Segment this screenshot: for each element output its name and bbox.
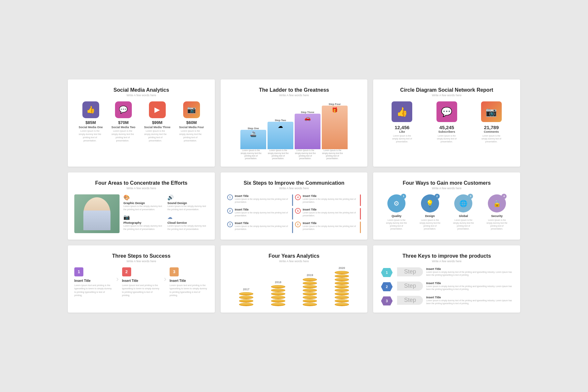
fa-grid: 🎨 Graphic Design Lorem Ipsum is the simp… (123, 194, 208, 231)
sma-amount-1: $85M (79, 120, 103, 125)
ladder-step-2: Step Two ☁ Lorem Ipsum is the simply dum… (267, 118, 294, 160)
tk-desc-2: Lorem Ipsum is simply dummy text of the … (426, 285, 514, 291)
ss-text-6: Insert Title Lorem Ipsum is the simply d… (303, 222, 358, 233)
fy-chart: 2017 2018 (227, 267, 361, 306)
fy-col-2017: 2017 (239, 288, 253, 306)
ts-desc-3: Lorem Ipsum text and printing is the typ… (170, 284, 208, 297)
ss-content: 1 Insert Title Lorem Ipsum is the simply… (227, 194, 361, 233)
ts-num-2: 2 (122, 267, 131, 276)
fa-title-4: Cloud Service (167, 221, 208, 224)
step2-platform: ☁ (268, 122, 293, 149)
ss-text-2: Insert Title Lorem Ipsum is the simply d… (235, 208, 290, 220)
step1-icon: 🚢 (250, 131, 257, 137)
tk-shape-3: 3 (380, 296, 394, 306)
sma-item-4: 📷 $60M Social Media Four Lorem Ipsum is … (179, 101, 204, 142)
ci-fb-icon: 👍 (392, 101, 412, 122)
fy-bars: 2017 2018 (227, 267, 361, 306)
step2-icon: ☁ (278, 123, 283, 129)
fy-label-2018: 2018 (275, 281, 281, 284)
ss-row-5: 5 Insert Title Lorem Ipsum is the simply… (295, 208, 361, 220)
sma-desc-2: Lorem Ipsum is the simply dummy text the… (111, 129, 134, 142)
fa-item-2: 🔊 Sound Design Lorem Ipsum is the simply… (167, 194, 208, 211)
ss-row-1: 1 Insert Title Lorem Ipsum is the simply… (227, 194, 293, 206)
tk-arrow-1: Step (397, 267, 423, 276)
slide6-subtitle: Write A few words here (380, 187, 514, 190)
ts-title-1: Insert Title (74, 279, 113, 283)
slide-four-areas: Four Areas to Concentrate the Efforts Wr… (68, 172, 215, 240)
ss-text-1: Insert Title Lorem Ipsum is the simply d… (235, 194, 290, 206)
fa-image (74, 194, 120, 233)
ci-ig-icon: 📷 (481, 101, 502, 122)
instagram-icon: 📷 (183, 101, 200, 118)
slide-ladder: The Ladder to the Greatness Write A few … (221, 79, 368, 167)
fw-item-security: 🔒 4 Security Lorem Ipsum is the simply d… (486, 194, 508, 230)
facebook-icon: 👍 (82, 101, 99, 118)
tk-title-2: Insert Title (426, 282, 514, 285)
ladder-steps: Step One 🚢 Lorem Ipsum is the simply dum… (227, 101, 361, 160)
slide-four-years: Four Years Analytics Write A few words h… (221, 245, 368, 313)
step1-desc: Lorem Ipsum is the simply dummy text the… (240, 149, 262, 160)
slide-four-ways: Four Ways to Gain more Customers Write A… (373, 172, 520, 240)
fy-label-2017: 2017 (243, 288, 249, 291)
ss-title-2: Insert Title (235, 208, 290, 211)
tk-text-1: Insert Title Lorem Ipsum is simply dummy… (426, 267, 514, 276)
ci-item-3: 📷 21,789 Comments Lorem Ipsum is the sim… (480, 101, 503, 143)
sma-name-3: Social Media Three (144, 126, 171, 129)
fw-security-icon: 🔒 4 (488, 194, 506, 212)
slide5-subtitle: Write A few words here (227, 187, 361, 190)
slide3-title: Circle Diagram Social Network Report (380, 87, 514, 93)
fa-desc-2: Lorem Ipsum is the simply dummy text the… (167, 205, 208, 211)
ci-label-2: Subscribers (435, 130, 458, 133)
ts-title-3: Insert Title (170, 279, 208, 283)
ss-title-5: Insert Title (303, 208, 358, 211)
ci-label-3: Comments (480, 130, 503, 133)
slide-six-steps: Six Steps to Improve the Communication W… (221, 172, 368, 240)
fy-stack-2018 (271, 285, 285, 306)
sma-item-2: 💬 $70M Social Media Two Lorem Ipsum is t… (111, 101, 135, 142)
fa-title-1: Graphic Design (123, 201, 164, 205)
step2-desc: Lorem Ipsum is the simply dummy text the… (267, 149, 289, 160)
ci-item-2: 💬 45,245 Subscribers Lorem Ipsum is the … (435, 101, 458, 143)
sma-amount-3: $99M (144, 120, 171, 125)
fw-label-design: Design (419, 214, 441, 218)
fw-label-quality: Quality (385, 214, 407, 218)
ts-item-2: 2 Insert Title Lorem Ipsum text and prin… (122, 267, 161, 297)
fw-item-design: 💡 2 Design Lorem Ipsum is the simply dum… (419, 194, 441, 230)
slide3-subtitle: Write A few words here (380, 94, 514, 97)
tk-desc-3: Lorem Ipsum is simply dummy text of the … (426, 299, 514, 305)
fa-item-3: 📷 Photography Lorem Ipsum is the simply … (123, 214, 164, 231)
ss-title-4: Insert Title (303, 194, 358, 198)
sma-name-2: Social Media Two (111, 126, 135, 129)
sma-name-1: Social Media One (79, 126, 103, 129)
ss-row-3: 3 Insert Title Lorem Ipsum is the simply… (227, 222, 293, 233)
step4-desc: Lorem Ipsum is the simply dummy text the… (321, 149, 344, 160)
sma-name-4: Social Media Four (179, 126, 204, 129)
ss-desc-3: Lorem Ipsum is the simply dummy text the… (235, 225, 290, 231)
photography-icon: 📷 (123, 214, 164, 220)
ss-desc-6: Lorem Ipsum is the simply dummy text the… (303, 225, 358, 231)
ci-desc-3: Lorem Ipsum is the simply dummy text of … (480, 134, 503, 143)
tk-title-3: Insert Title (426, 296, 514, 299)
ss-title-6: Insert Title (303, 222, 358, 225)
ss-bar-2 (292, 208, 293, 220)
ss-bar-3 (292, 222, 293, 233)
fa-item-1: 🎨 Graphic Design Lorem Ipsum is the simp… (123, 194, 164, 211)
ss-row-2: 2 Insert Title Lorem Ipsum is the simply… (227, 208, 293, 220)
slide8-title: Four Years Analytics (227, 253, 361, 259)
ss-bar-6 (360, 222, 361, 233)
ts-arrow-1: › (116, 274, 119, 284)
slide-three-keys: Three Keys to improve the products Write… (373, 245, 520, 313)
slide6-title: Four Ways to Gain more Customers (380, 180, 514, 186)
ci-num-1: 12,456 (390, 125, 414, 130)
ts-title-2: Insert Title (122, 279, 161, 283)
fa-title-2: Sound Design (167, 201, 208, 205)
fa-desc-1: Lorem Ipsum is the simply dummy text the… (123, 205, 164, 211)
step1-platform: 🚢 (240, 130, 266, 149)
ci-item-1: 👍 12,456 Like Lorem Ipsum is the simply … (390, 101, 414, 143)
tk-item-3: 3 Step Insert Title Lorem Ipsum is simpl… (380, 296, 514, 306)
slide5-title: Six Steps to Improve the Communication (227, 180, 361, 186)
sma-desc-1: Lorem Ipsum is the simply dummy text the… (79, 129, 101, 142)
ss-num-5: 5 (295, 208, 301, 214)
tk-text-3: Insert Title Lorem Ipsum is simply dummy… (426, 296, 514, 305)
ci-desc-1: Lorem Ipsum is the simply dummy text of … (390, 134, 414, 143)
